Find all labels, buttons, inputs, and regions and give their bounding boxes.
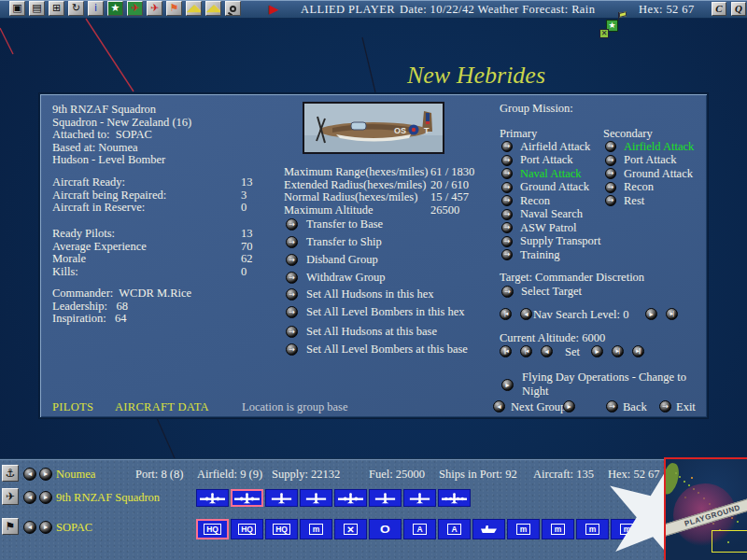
next-hq-button[interactable]: ▸ [39, 521, 52, 534]
next-group-button[interactable]: ▸ [563, 400, 575, 413]
mission-label[interactable]: Recon [520, 194, 550, 208]
action-label[interactable]: Set All Level Bombers in this hex [306, 305, 464, 319]
mission-arrow-icon[interactable]: → [501, 141, 513, 152]
action-withdraw-group[interactable]: →Withdraw Group [286, 271, 386, 285]
altitude-down-button[interactable]: ◂ [541, 345, 553, 357]
action-label[interactable]: Disband Group [306, 253, 378, 267]
mission-arrow-icon[interactable]: → [501, 182, 513, 193]
mission-airfield-attack[interactable]: →Airfield Attack [605, 140, 694, 154]
unit-button-10-m[interactable]: m [507, 519, 540, 539]
mission-label[interactable]: Port Attack [624, 153, 677, 167]
next-base-button[interactable]: ▸ [39, 468, 52, 481]
mission-ground-attack[interactable]: →Ground Attack [501, 181, 600, 195]
action-label[interactable]: Set All Level Bombers at this base [306, 343, 468, 357]
pilots-button[interactable]: PILOTS [52, 400, 93, 414]
minimap[interactable]: PLAYGROUND [664, 457, 747, 560]
mission-arrow-icon[interactable]: → [501, 236, 513, 247]
mission-naval-attack[interactable]: →Naval Attack [501, 167, 600, 181]
mission-label[interactable]: Airfield Attack [624, 140, 694, 154]
altitude-min-button[interactable]: ‖◂ [500, 345, 512, 357]
altitude-down-fast-button[interactable]: |◂ [520, 345, 532, 357]
action-arrow-icon[interactable]: → [286, 306, 298, 318]
mission-arrow-icon[interactable]: → [501, 195, 513, 206]
unit-button-9-ship[interactable] [472, 519, 505, 539]
hq-name[interactable]: SOPAC [56, 521, 92, 535]
mission-arrow-icon[interactable]: → [605, 182, 616, 193]
nav-search-max-button[interactable]: ▸| [666, 308, 678, 320]
aircraft-button-7-single[interactable] [403, 489, 436, 507]
aircraft-button-6-single[interactable] [369, 489, 402, 507]
action-arrow-icon[interactable]: → [286, 326, 298, 338]
action-set-all-level-bombers-in-this-hex[interactable]: →Set All Level Bombers in this hex [286, 305, 464, 319]
aircraft-button-1-twin[interactable] [196, 489, 229, 507]
base-name[interactable]: Noumea [56, 468, 95, 482]
aircraft-button-8-quad[interactable] [438, 489, 471, 507]
mission-arrow-icon[interactable]: → [605, 168, 616, 179]
next-group-label[interactable]: Next Group [511, 400, 566, 414]
action-transfer-to-base[interactable]: →Transfer to Base [286, 217, 386, 231]
unit-button-2-hq[interactable]: HQ [231, 519, 263, 539]
unit-button-6-o[interactable]: O [369, 519, 402, 539]
prev-group-button[interactable]: ◂ [493, 400, 505, 413]
mission-label[interactable]: Naval Search [520, 207, 583, 221]
select-target-button[interactable]: → Select Target [501, 285, 582, 299]
mission-port-attack[interactable]: →Port Attack [501, 154, 600, 168]
mission-arrow-icon[interactable]: → [605, 155, 616, 166]
aircraft-button-2-twin[interactable] [231, 489, 263, 507]
nav-search-down-button[interactable]: ◂ [520, 308, 532, 320]
air-group-name[interactable]: 9th RNZAF Squadron [56, 491, 160, 505]
mission-arrow-icon[interactable]: → [501, 209, 513, 220]
unit-button-8-a[interactable]: A [438, 519, 471, 539]
mission-label[interactable]: Airfield Attack [520, 140, 590, 154]
back-button[interactable]: Back [623, 400, 647, 414]
mission-recon[interactable]: →Recon [501, 194, 600, 208]
mission-label[interactable]: Rest [624, 194, 644, 208]
action-arrow-icon[interactable]: → [286, 272, 298, 284]
mission-label[interactable]: Supply Transport [520, 234, 600, 248]
select-target-arrow-icon[interactable]: → [501, 286, 514, 298]
action-set-all-hudsons-at-this-base[interactable]: →Set All Hudsons at this base [286, 325, 468, 339]
altitude-up-button[interactable]: ▸ [591, 345, 603, 357]
mission-recon[interactable]: →Recon [605, 181, 694, 195]
day-night-label[interactable]: Flying Day Operations - Change to Night [522, 371, 707, 399]
action-label[interactable]: Transfer to Ship [306, 235, 382, 249]
aircraft-data-button[interactable]: AIRCRAFT DATA [115, 400, 209, 414]
altitude-max-button[interactable]: ▸‖ [632, 345, 644, 357]
back-arrow-icon[interactable]: → [606, 400, 618, 413]
action-label[interactable]: Set All Hudsons at this base [306, 325, 437, 339]
aircraft-button-3-single[interactable] [265, 489, 298, 507]
day-night-arrow-icon[interactable]: ▸ [501, 379, 514, 391]
mission-airfield-attack[interactable]: →Airfield Attack [501, 140, 600, 154]
next-air-group-button[interactable]: ▸ [39, 491, 52, 504]
select-target-label[interactable]: Select Target [521, 285, 582, 299]
exit-button[interactable]: Exit [676, 400, 696, 414]
action-label[interactable]: Transfer to Base [306, 217, 383, 231]
exit-arrow-icon[interactable]: → [659, 400, 671, 413]
mission-label[interactable]: Port Attack [520, 153, 573, 167]
action-disband-group[interactable]: →Disband Group [286, 253, 386, 267]
altitude-up-fast-button[interactable]: ▸| [612, 345, 624, 357]
anchor-icon[interactable]: ⚓ [2, 465, 19, 482]
mission-label[interactable]: Training [520, 248, 560, 262]
action-set-all-level-bombers-at-this-base[interactable]: →Set All Level Bombers at this base [286, 343, 468, 357]
mission-arrow-icon[interactable]: → [605, 195, 616, 206]
action-arrow-icon[interactable]: → [286, 288, 298, 301]
nav-search-up-button[interactable]: ▸ [645, 308, 657, 320]
mission-supply-transport[interactable]: →Supply Transport [501, 235, 600, 249]
action-set-all-hudsons-in-this-hex[interactable]: →Set All Hudsons in this hex [286, 287, 464, 301]
unit-button-4-m[interactable]: m [300, 519, 332, 539]
aircraft-button-4-single[interactable] [300, 489, 332, 507]
unit-button-1-hq[interactable]: HQ [196, 519, 229, 539]
flag-row-icon[interactable]: ⚑ [2, 518, 19, 535]
mission-asw-patrol[interactable]: →ASW Patrol [501, 221, 600, 235]
unit-button-5-x[interactable]: ✕ [334, 519, 367, 539]
unit-button-7-a[interactable]: A [403, 519, 436, 539]
action-transfer-to-ship[interactable]: →Transfer to Ship [286, 235, 386, 249]
aircraft-button-5-twin[interactable] [334, 489, 367, 507]
mission-port-attack[interactable]: →Port Attack [605, 154, 694, 168]
mission-label[interactable]: ASW Patrol [520, 221, 577, 235]
action-label[interactable]: Withdraw Group [306, 271, 386, 285]
action-arrow-icon[interactable]: → [286, 343, 298, 356]
unit-button-11-m[interactable]: m [542, 519, 574, 539]
day-night-toggle[interactable]: ▸ Flying Day Operations - Change to Nigh… [501, 371, 707, 399]
